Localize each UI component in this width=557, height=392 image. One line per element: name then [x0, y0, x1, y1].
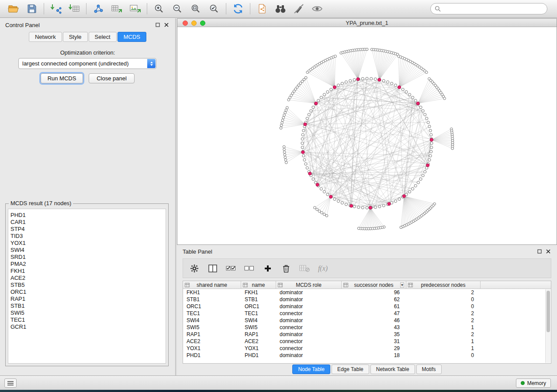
select-all-button[interactable] — [225, 262, 237, 275]
column-header-successor-nodes[interactable]: successor nodes▾ — [342, 281, 406, 289]
mcds-node-item[interactable]: CAR1 — [10, 219, 163, 226]
close-panel-icon[interactable] — [546, 249, 551, 254]
zoom-in-button[interactable] — [150, 2, 168, 16]
maximize-window-icon[interactable] — [200, 21, 205, 26]
float-panel-icon[interactable] — [155, 22, 160, 28]
toolbar-separator — [44, 3, 44, 14]
cell-successor-nodes: 31 — [342, 338, 406, 344]
cell-mcds-role: dominator — [276, 317, 342, 323]
save-session-button[interactable] — [23, 2, 41, 16]
table-row[interactable]: STB1STB1dominator620 — [183, 296, 551, 303]
minimize-window-icon[interactable] — [191, 21, 197, 26]
export-network-button[interactable] — [89, 2, 107, 16]
column-header-shared-name[interactable]: shared name — [183, 281, 241, 289]
tab-edge-table[interactable]: Edge Table — [332, 364, 369, 374]
cell-shared-name: SWI5 — [183, 324, 241, 330]
zoom-fit-button[interactable] — [187, 2, 205, 16]
column-header-mcds-role[interactable]: MCDS role — [276, 281, 342, 289]
cell-successor-nodes: 62 — [342, 296, 406, 303]
export-table-button[interactable] — [107, 2, 126, 16]
search-network-button[interactable] — [271, 2, 290, 16]
tab-style[interactable]: Style — [63, 32, 88, 42]
table-row[interactable]: TEC1TEC1connector472 — [183, 310, 551, 317]
memory-status-icon — [521, 381, 525, 385]
scrollbar-thumb[interactable] — [547, 291, 550, 332]
mcds-node-item[interactable]: RAP1 — [10, 296, 163, 303]
mcds-node-item[interactable]: YOX1 — [10, 240, 163, 247]
table-row[interactable]: YOX1YOX1connector291 — [183, 345, 551, 352]
mcds-node-item[interactable]: STP4 — [10, 226, 163, 233]
mcds-node-item[interactable]: ACE2 — [10, 275, 163, 282]
table-row[interactable]: SWI4SWI4dominator462 — [183, 317, 551, 324]
optimization-criterion-select[interactable]: largest connected component (undirected) — [18, 58, 156, 69]
save-floppy-icon — [27, 3, 37, 14]
function-builder-button-disabled: f(x) — [317, 262, 329, 275]
cell-shared-name: PHD1 — [183, 352, 241, 358]
close-panel-button[interactable]: Close panel — [89, 73, 135, 83]
cell-predecessor-nodes: 2 — [406, 289, 481, 296]
mcds-node-item[interactable]: STB5 — [10, 282, 163, 289]
float-panel-icon[interactable] — [537, 249, 542, 254]
tab-network-table[interactable]: Network Table — [370, 364, 415, 374]
mcds-result-list[interactable]: PHD1CAR1STP4TID3YOX1SWI4SRD1PMA2FKH1ACE2… — [8, 209, 166, 364]
column-header-name[interactable]: name — [241, 281, 276, 289]
zoom-out-button[interactable] — [168, 2, 187, 16]
tab-mcds[interactable]: MCDS — [118, 32, 146, 42]
tab-select[interactable]: Select — [89, 32, 117, 42]
cell-predecessor-nodes: 1 — [406, 324, 481, 330]
tab-node-table[interactable]: Node Table — [292, 364, 330, 374]
table-row[interactable]: SWI5SWI5connector431 — [183, 324, 551, 331]
mcds-node-item[interactable]: GCR1 — [10, 323, 163, 330]
mcds-node-item[interactable]: SWI5 — [10, 309, 163, 316]
deselect-all-button[interactable] — [243, 262, 256, 275]
close-panel-icon[interactable] — [164, 22, 169, 28]
import-network-button[interactable] — [47, 2, 65, 16]
cell-shared-name: RAP1 — [183, 331, 241, 337]
mcds-node-item[interactable]: SRD1 — [10, 254, 163, 261]
table-row[interactable]: PHD1PHD1dominator180 — [183, 352, 551, 359]
table-row[interactable]: ACE2ACE2connector311 — [183, 338, 551, 345]
mcds-node-item[interactable]: ORC1 — [10, 289, 163, 296]
toolbar-separator — [86, 3, 86, 14]
import-table-button[interactable] — [65, 2, 83, 16]
table-row[interactable]: FKH1FKH1dominator962 — [183, 289, 551, 296]
show-panels-button[interactable] — [4, 378, 17, 388]
mcds-node-item[interactable]: PMA2 — [10, 261, 163, 268]
cell-mcds-role: connector — [276, 345, 342, 351]
export-image-button[interactable] — [126, 2, 144, 16]
mcds-node-item[interactable]: TID3 — [10, 233, 163, 240]
mcds-node-item[interactable]: TEC1 — [10, 316, 163, 323]
show-column-button[interactable] — [207, 262, 219, 275]
network-window-titlebar[interactable]: YPA_prune.txt_1 — [177, 19, 557, 27]
toolbar-separator — [250, 3, 250, 14]
toggle-graphics-details-button[interactable] — [308, 2, 326, 16]
network-search-field[interactable] — [430, 3, 547, 14]
copy-network-button[interactable] — [253, 2, 271, 16]
mcds-node-item[interactable]: SWI4 — [10, 247, 163, 254]
open-file-button[interactable] — [4, 2, 23, 16]
hide-annotations-button[interactable] — [290, 2, 308, 16]
cell-mcds-role: dominator — [276, 296, 342, 303]
mcds-node-item[interactable]: FKH1 — [10, 268, 163, 275]
table-row[interactable]: ORC1ORC1dominator610 — [183, 303, 551, 310]
create-column-button[interactable] — [262, 262, 274, 275]
mcds-node-item[interactable]: STB1 — [10, 303, 163, 309]
mcds-node-item[interactable]: PHD1 — [10, 212, 163, 219]
network-canvas[interactable] — [177, 27, 557, 244]
memory-button[interactable]: Memory — [516, 378, 551, 388]
cell-mcds-role: dominator — [276, 303, 342, 309]
search-input[interactable] — [443, 6, 543, 12]
column-header-predecessor-nodes[interactable]: predecessor nodes — [406, 281, 481, 289]
import-table-icon — [69, 3, 80, 14]
apply-layout-button[interactable] — [229, 2, 247, 16]
tab-network[interactable]: Network — [29, 32, 62, 42]
run-mcds-button[interactable]: Run MCDS — [41, 73, 83, 83]
tab-motifs[interactable]: Motifs — [416, 364, 442, 374]
table-scrollbar[interactable] — [545, 289, 550, 363]
delete-column-button[interactable] — [280, 262, 292, 275]
select-stepper-icon[interactable] — [147, 59, 156, 68]
zoom-selected-button[interactable] — [205, 2, 223, 16]
close-window-icon[interactable] — [183, 21, 188, 26]
table-row[interactable]: RAP1RAP1dominator352 — [183, 331, 551, 338]
table-settings-button[interactable] — [188, 262, 201, 275]
